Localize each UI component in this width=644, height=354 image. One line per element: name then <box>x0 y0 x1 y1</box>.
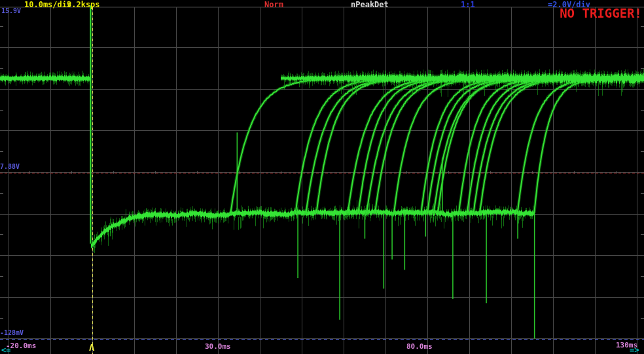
trigger-position-marker[interactable]: Λ <box>89 343 94 352</box>
trigger-level-label: 7.88V <box>0 164 20 170</box>
probe-ratio-setting[interactable]: 1:1 <box>461 1 475 9</box>
waveform-canvas <box>0 0 644 354</box>
scroll-left-arrow[interactable]: <= <box>1 346 10 354</box>
trigger-mode-setting[interactable]: Norm <box>264 1 283 9</box>
sample-rate-readout: 3.2ksps <box>67 1 100 9</box>
time-label-mid2: 80.0ms <box>406 343 433 350</box>
acquisition-mode-setting[interactable]: nPeakDet <box>351 1 389 9</box>
scroll-right-arrow[interactable]: => <box>630 346 639 354</box>
no-trigger-warning: NO TRIGGER! <box>560 7 642 20</box>
oscilloscope-display: 10.0ms/div 3.2ksps Norm nPeakDet 1:1 =2.… <box>0 0 644 354</box>
time-label-mid1: 30.0ms <box>205 343 231 350</box>
max-voltage-label: 15.9V <box>1 8 21 14</box>
min-voltage-label: -128mV <box>0 330 24 336</box>
timebase-setting[interactable]: 10.0ms/div <box>24 1 71 9</box>
